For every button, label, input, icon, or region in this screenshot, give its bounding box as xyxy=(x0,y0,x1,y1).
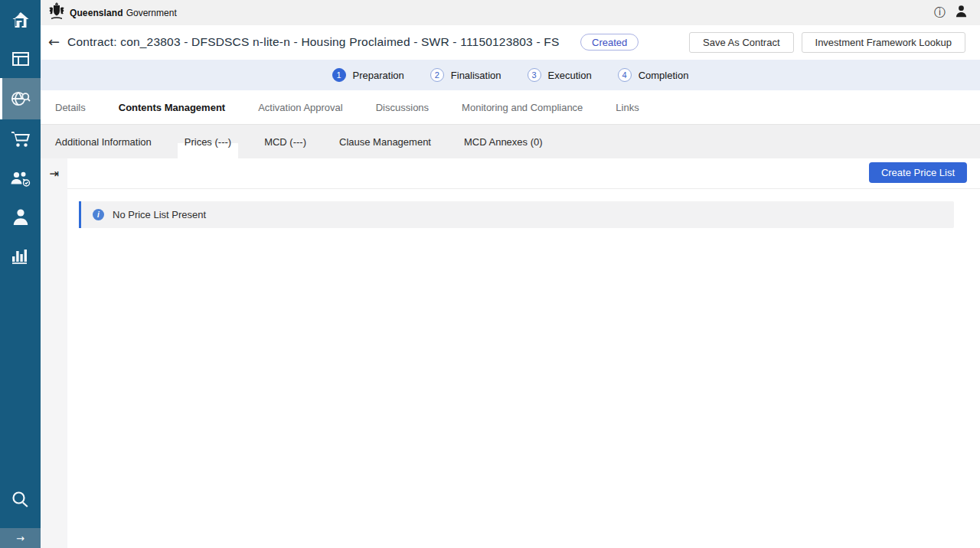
info-icon[interactable]: ⓘ xyxy=(934,7,946,18)
bar-chart-icon xyxy=(11,248,30,264)
investment-framework-lookup-button[interactable]: Investment Framework Lookup xyxy=(802,32,965,53)
sidebar-item-dashboard[interactable] xyxy=(0,39,41,78)
dashboard-icon xyxy=(11,51,30,67)
status-badge: Created xyxy=(580,34,639,51)
sidebar-item-user[interactable] xyxy=(0,197,41,236)
top-bar: Queensland Government ⓘ xyxy=(41,0,980,25)
step-label: Execution xyxy=(548,70,592,81)
tab-contents-management[interactable]: Contents Management xyxy=(119,102,225,113)
sidebar-item-suppliers[interactable] xyxy=(0,158,41,197)
cart-icon xyxy=(11,130,31,148)
person-icon xyxy=(12,208,29,226)
subtab-label: Additional Information xyxy=(55,136,152,148)
home-icon xyxy=(11,11,30,28)
globe-search-icon xyxy=(10,90,31,108)
info-icon: i xyxy=(93,209,104,220)
tab-details[interactable]: Details xyxy=(55,102,86,113)
expand-panel-icon[interactable]: ⇥ xyxy=(47,167,62,181)
subtab-mcd-annexes[interactable]: MCD Annexes (0) xyxy=(464,136,543,148)
create-price-list-button[interactable]: Create Price List xyxy=(869,162,967,183)
collapsed-side-panel: ⇥ xyxy=(41,158,67,548)
step-number: 2 xyxy=(430,68,444,82)
subtab-mcd[interactable]: MCD (---) xyxy=(264,136,306,148)
step-label: Preparation xyxy=(353,70,404,81)
step-completion[interactable]: 4 Completion xyxy=(618,68,689,82)
brand-queensland: Queensland xyxy=(70,8,123,18)
subtab-label: MCD (---) xyxy=(264,136,306,148)
sidebar-item-analytics[interactable] xyxy=(0,236,41,276)
queensland-coat-of-arms-icon xyxy=(47,2,70,24)
header-actions: Save As Contract Investment Framework Lo… xyxy=(689,32,965,53)
step-finalisation[interactable]: 2 Finalisation xyxy=(430,68,501,82)
sidebar-collapse-toggle[interactable]: → xyxy=(0,528,41,548)
object-page-header: ← Contract: con_23803 - DFSDSCS n-lite-n… xyxy=(41,25,980,60)
tab-links[interactable]: Links xyxy=(616,102,639,113)
step-number: 4 xyxy=(618,68,632,82)
user-avatar-icon[interactable] xyxy=(955,5,968,21)
subtab-additional-information[interactable]: Additional Information xyxy=(55,136,152,148)
step-label: Finalisation xyxy=(451,70,501,81)
search-icon xyxy=(11,491,29,508)
info-message-strip: i No Price List Present xyxy=(79,201,954,228)
app-sidebar: → xyxy=(0,0,41,548)
subtab-label: Clause Management xyxy=(339,136,431,148)
step-preparation[interactable]: 1 Preparation xyxy=(332,68,404,82)
sidebar-item-search[interactable] xyxy=(0,480,41,519)
arrow-right-icon: → xyxy=(16,533,24,544)
step-execution[interactable]: 3 Execution xyxy=(528,68,592,82)
sub-tab-bar: Additional Information Prices (---) MCD … xyxy=(41,125,980,158)
subtab-label: MCD Annexes (0) xyxy=(464,136,543,148)
prices-tab-content: Create Price List i No Price List Presen… xyxy=(67,158,980,548)
step-label: Completion xyxy=(639,70,689,81)
step-number: 1 xyxy=(332,68,346,82)
sidebar-item-home[interactable] xyxy=(0,0,41,39)
people-check-icon xyxy=(10,170,31,187)
price-list-toolbar: Create Price List xyxy=(67,158,980,189)
queensland-government-logo: Queensland Government xyxy=(47,2,177,24)
brand-government: Government xyxy=(126,8,177,18)
subtab-label: Prices (---) xyxy=(185,136,231,148)
tab-monitoring-and-compliance[interactable]: Monitoring and Compliance xyxy=(462,102,583,113)
top-bar-actions: ⓘ xyxy=(934,5,968,21)
page-title: Contract: con_23803 - DFSDSCS n-lite-n -… xyxy=(67,35,560,49)
info-message-text: No Price List Present xyxy=(113,209,206,220)
sidebar-item-cart[interactable] xyxy=(0,119,41,158)
step-number: 3 xyxy=(528,68,541,82)
main-tab-bar: Details Contents Management Activation A… xyxy=(41,90,980,125)
tab-discussions[interactable]: Discussions xyxy=(376,102,429,113)
tab-activation-approval[interactable]: Activation Approval xyxy=(258,102,343,113)
subtab-prices[interactable]: Prices (---) xyxy=(185,136,231,148)
sidebar-item-sourcing[interactable] xyxy=(0,78,41,119)
save-as-contract-button[interactable]: Save As Contract xyxy=(689,32,793,53)
progress-steps: 1 Preparation 2 Finalisation 3 Execution… xyxy=(41,60,980,90)
back-button[interactable]: ← xyxy=(48,34,60,50)
subtab-clause-management[interactable]: Clause Management xyxy=(339,136,431,148)
